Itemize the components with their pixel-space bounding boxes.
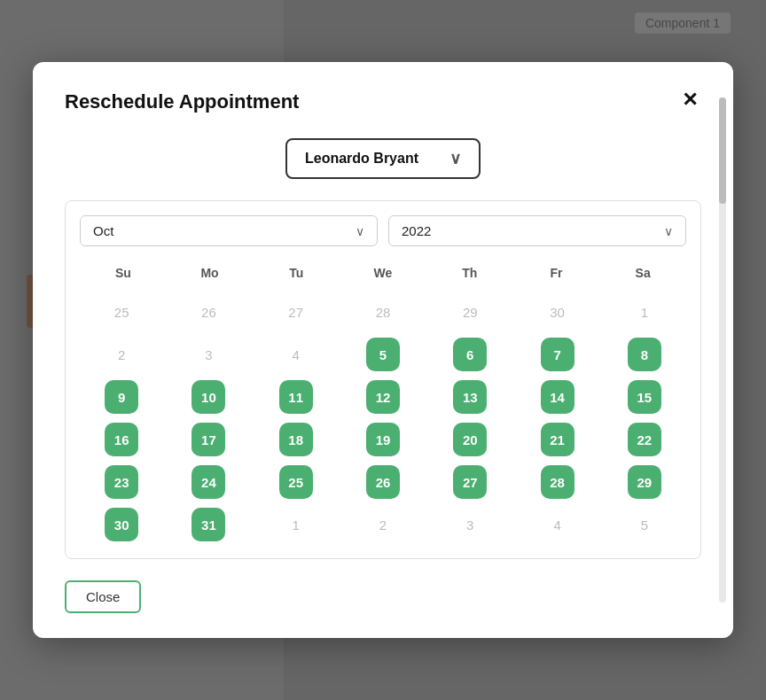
day-button: 3 [192, 338, 225, 371]
day-cell: 29 [603, 463, 686, 502]
day-cell: 22 [603, 420, 686, 459]
day-cell: 2 [80, 335, 163, 374]
day-button[interactable]: 29 [628, 465, 661, 499]
day-button[interactable]: 25 [279, 465, 313, 499]
day-cell: 10 [167, 377, 250, 416]
day-button[interactable]: 13 [453, 380, 487, 414]
year-value: 2022 [402, 223, 431, 238]
day-cell: 9 [80, 377, 163, 416]
day-cell: 21 [515, 420, 598, 459]
day-cell: 4 [254, 335, 338, 374]
day-button[interactable]: 7 [541, 338, 574, 371]
day-button[interactable]: 19 [366, 423, 400, 456]
day-cell: 28 [341, 292, 425, 331]
provider-dropdown[interactable]: Leonardo Bryant ∨ [285, 138, 481, 179]
day-button[interactable]: 22 [628, 423, 661, 456]
modal-header: Reschedule Appointment ✕ [65, 90, 701, 113]
month-dropdown[interactable]: Oct ∨ [80, 215, 378, 246]
year-dropdown[interactable]: 2022 ∨ [388, 215, 686, 246]
month-value: Oct [93, 223, 113, 238]
year-chevron-icon: ∨ [664, 224, 673, 238]
day-button[interactable]: 30 [105, 508, 138, 541]
day-cell: 25 [80, 292, 163, 331]
day-button[interactable]: 9 [105, 380, 138, 414]
modal-close-button[interactable]: ✕ [678, 90, 701, 110]
day-button[interactable]: 26 [366, 465, 400, 499]
day-button[interactable]: 12 [366, 380, 400, 414]
month-year-row: Oct ∨ 2022 ∨ [80, 215, 686, 246]
day-button[interactable]: 10 [192, 380, 225, 414]
day-cell: 4 [515, 505, 598, 544]
day-cell: 14 [515, 377, 598, 416]
modal-backdrop: Reschedule Appointment ✕ Leonardo Bryant… [0, 0, 766, 700]
day-cell: 1 [254, 505, 338, 544]
day-button[interactable]: 23 [105, 465, 138, 499]
day-cell: 3 [428, 505, 512, 544]
day-cell: 27 [254, 292, 338, 331]
day-cell: 26 [341, 463, 425, 502]
day-button[interactable]: 24 [192, 465, 225, 499]
reschedule-modal: Reschedule Appointment ✕ Leonardo Bryant… [33, 62, 733, 638]
day-cell: 2 [341, 505, 425, 544]
day-cell: 25 [254, 463, 338, 502]
calendar-grid: SuMoTuWeThFrSa 2526272829301234567891011… [80, 261, 686, 544]
day-button: 4 [541, 508, 574, 541]
day-button: 2 [105, 338, 138, 371]
day-cell: 11 [254, 377, 338, 416]
day-button[interactable]: 6 [453, 338, 487, 371]
day-cell: 28 [515, 463, 598, 502]
day-cell: 18 [254, 420, 338, 459]
day-button[interactable]: 14 [541, 380, 574, 414]
provider-select-wrapper: Leonardo Bryant ∨ [65, 138, 701, 179]
days-grid: 2526272829301234567891011121314151617181… [80, 292, 686, 544]
day-cell: 6 [428, 335, 512, 374]
day-headers: SuMoTuWeThFrSa [80, 261, 686, 285]
day-button[interactable]: 28 [541, 465, 574, 499]
day-cell: 8 [603, 335, 686, 374]
day-cell: 3 [167, 335, 250, 374]
day-button[interactable]: 18 [279, 423, 313, 456]
day-cell: 27 [428, 463, 512, 502]
day-button[interactable]: 16 [105, 423, 138, 456]
day-cell: 15 [603, 377, 686, 416]
day-cell: 5 [603, 505, 686, 544]
day-button: 1 [279, 508, 313, 541]
day-button[interactable]: 5 [366, 338, 400, 371]
day-cell: 23 [80, 463, 163, 502]
day-button[interactable]: 11 [279, 380, 313, 414]
day-cell: 26 [167, 292, 250, 331]
day-button[interactable]: 27 [453, 465, 487, 499]
day-button[interactable]: 31 [192, 508, 225, 541]
day-cell: 1 [603, 292, 686, 331]
provider-chevron-icon: ∨ [449, 149, 461, 168]
day-button: 3 [453, 508, 487, 541]
day-button: 4 [279, 338, 313, 371]
day-button: 30 [541, 295, 574, 329]
day-cell: 13 [428, 377, 512, 416]
modal-title: Reschedule Appointment [65, 90, 299, 113]
day-button: 27 [279, 295, 313, 329]
provider-name: Leonardo Bryant [305, 151, 418, 167]
day-cell: 29 [428, 292, 512, 331]
day-cell: 20 [428, 420, 512, 459]
scrollbar-track [719, 97, 726, 603]
day-button: 2 [366, 508, 400, 541]
day-button[interactable]: 21 [541, 423, 574, 456]
day-button[interactable]: 8 [628, 338, 661, 371]
day-cell: 5 [341, 335, 425, 374]
day-cell: 16 [80, 420, 163, 459]
day-cell: 12 [341, 377, 425, 416]
day-header: Fr [513, 261, 600, 285]
day-button[interactable]: 20 [453, 423, 487, 456]
day-header: We [340, 261, 426, 285]
day-button[interactable]: 17 [192, 423, 225, 456]
day-button[interactable]: 15 [628, 380, 661, 414]
calendar-container: Oct ∨ 2022 ∨ SuMoTuWeThFrSa 252627282930… [65, 200, 701, 559]
day-button: 1 [628, 295, 661, 329]
day-cell: 31 [167, 505, 250, 544]
day-cell: 17 [167, 420, 250, 459]
day-button: 29 [453, 295, 487, 329]
month-chevron-icon: ∨ [356, 224, 364, 238]
scrollbar-thumb[interactable] [719, 97, 726, 204]
footer-close-button[interactable]: Close [65, 580, 141, 613]
